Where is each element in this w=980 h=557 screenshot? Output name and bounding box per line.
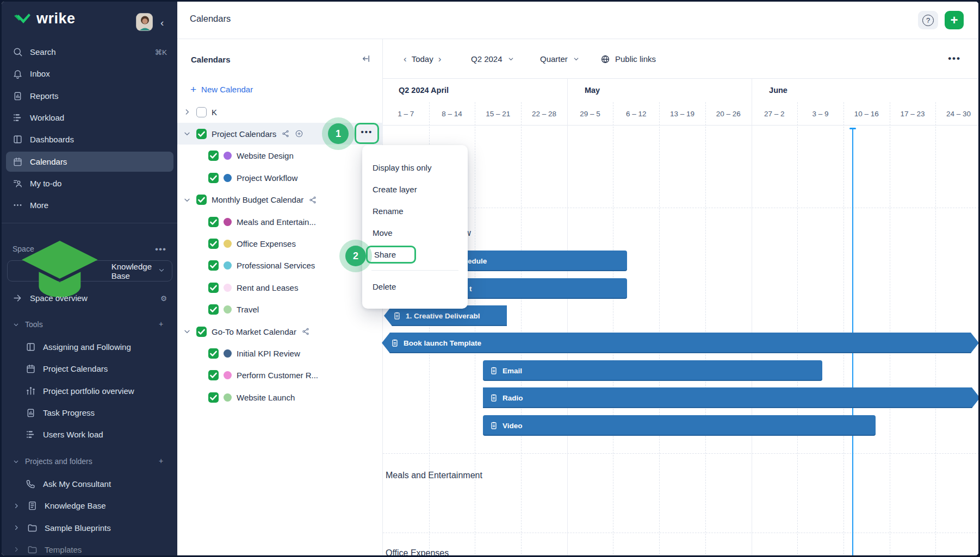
gear-icon[interactable]: ⚙ — [160, 294, 167, 303]
calendar-tree-row[interactable]: Project Workflow — [177, 167, 383, 189]
sidebar-item-assigning-and-following[interactable]: Assigning and Following — [6, 337, 173, 357]
calendar-checkbox[interactable] — [208, 392, 219, 403]
calendar-tree-row[interactable]: Rent and Leases — [177, 277, 383, 298]
new-calendar-button[interactable]: + New Calendar — [190, 84, 253, 95]
calendar-checkbox[interactable] — [208, 239, 219, 249]
sidebar-item-task-progress[interactable]: Task Progress — [6, 403, 173, 423]
gantt-bar[interactable]: Email — [483, 360, 822, 381]
chevron-down-icon[interactable] — [183, 129, 191, 138]
gantt-bar[interactable]: Book launch Template — [382, 333, 979, 353]
chevron-right-icon[interactable] — [183, 108, 191, 116]
sidebar-item-dashboards[interactable]: Dashboards — [6, 129, 173, 149]
tools-add-icon[interactable]: + — [159, 320, 163, 328]
sidebar-item-calendars[interactable]: Calendars — [6, 152, 173, 172]
sidebar-item-my-to-do[interactable]: My to-do — [6, 173, 173, 193]
calendar-tree-row[interactable]: Meals and Entertain... — [177, 211, 383, 233]
task-doc-icon — [393, 311, 401, 320]
calendar-tree-row[interactable]: Website Launch — [177, 386, 383, 408]
gantt-bar[interactable]: Video — [483, 415, 876, 436]
sidebar-item-project-calendars[interactable]: Project Calendars — [6, 359, 173, 379]
calendar-checkbox[interactable] — [208, 283, 219, 293]
timeline: ‹ Today › Q2 2024 Quarter Publi — [383, 39, 980, 557]
page-title: Calendars — [190, 14, 231, 24]
calendar-tree-row[interactable]: Monthly Budget Calendar — [177, 189, 383, 211]
calendar-checkbox[interactable] — [196, 129, 207, 139]
help-button[interactable]: ? — [918, 11, 938, 29]
collapse-panel-icon[interactable] — [361, 54, 371, 64]
calendar-checkbox[interactable] — [208, 370, 219, 380]
sidebar-item-label: Project Calendars — [43, 364, 108, 373]
calendar-checkbox[interactable] — [208, 217, 219, 227]
calendar-tree-row[interactable]: K — [177, 101, 383, 123]
sidebar-item-sample-blueprints[interactable]: Sample Blueprints — [6, 518, 173, 538]
menu-item-create-layer[interactable]: Create layer — [362, 178, 468, 200]
calendar-more-button[interactable]: ••• — [355, 123, 379, 144]
user-avatar[interactable] — [136, 13, 153, 31]
filter-icon[interactable] — [303, 283, 312, 292]
calendar-checkbox[interactable] — [208, 260, 219, 271]
calendar-checkbox[interactable] — [208, 151, 219, 161]
chevron-down-icon[interactable] — [183, 196, 191, 204]
filter-icon[interactable] — [323, 371, 332, 380]
chevron-right-icon[interactable] — [13, 524, 20, 531]
sidebar-item-inbox[interactable]: Inbox — [6, 64, 173, 84]
sidebar-item-more[interactable]: More — [6, 195, 173, 215]
filter-icon[interactable] — [301, 239, 309, 248]
calendar-checkbox[interactable] — [196, 327, 207, 337]
calendar-checkbox[interactable] — [196, 195, 207, 205]
filter-icon[interactable] — [300, 393, 308, 402]
space-more-icon[interactable]: ••• — [155, 244, 166, 255]
sidebar-item-project-portfolio-overview[interactable]: Project portfolio overview — [6, 381, 173, 401]
sidebar-item-reports[interactable]: Reports — [6, 86, 173, 106]
bell-icon — [13, 68, 23, 79]
menu-item-delete[interactable]: Delete — [362, 276, 468, 297]
menu-item-rename[interactable]: Rename — [362, 200, 468, 222]
sidebar-item-templates[interactable]: Templates — [6, 540, 173, 557]
wrike-logo[interactable]: wrike — [13, 10, 76, 27]
calendar-label: K — [212, 108, 217, 117]
search-icon — [13, 47, 23, 57]
filter-icon[interactable] — [302, 173, 311, 182]
calendar-tree-row[interactable]: Website Design — [177, 145, 383, 167]
spacearrow-icon — [13, 293, 23, 303]
sidebar-item-search[interactable]: Search⌘K — [6, 42, 173, 62]
projects-section-header[interactable]: Projects and folders — [13, 457, 92, 466]
projects-add-icon[interactable]: + — [159, 456, 163, 465]
collapse-sidebar-icon[interactable]: ‹ — [160, 17, 164, 29]
sidebar-item-space-overview[interactable]: Space overview⚙ — [6, 288, 173, 308]
share-icon[interactable] — [308, 195, 317, 205]
space-selector[interactable]: Knowledge Base — [7, 260, 172, 281]
sidebar-item-users-work-load[interactable]: Users Work load — [6, 424, 173, 445]
calendar-label: Go-To Market Calendar — [212, 327, 296, 336]
chevron-down-icon[interactable] — [183, 327, 191, 336]
sidebar-item-workload[interactable]: Workload — [6, 108, 173, 128]
shortcut-hint: ⌘K — [154, 48, 167, 57]
sidebar-item-knowledge-base[interactable]: Knowledge Base — [6, 496, 173, 516]
menu-item-move[interactable]: Move — [362, 222, 468, 243]
add-button[interactable]: + — [945, 11, 964, 29]
calendar-checkbox[interactable] — [196, 107, 207, 117]
calendar-tree-row[interactable]: Initial KPI Review — [177, 342, 383, 364]
calendar-tree-row[interactable]: Travel — [177, 299, 383, 321]
calendar-tree-row[interactable]: Go-To Market Calendar — [177, 321, 383, 342]
calendar-checkbox[interactable] — [208, 173, 219, 183]
sidebar-item-ask-my-consultant[interactable]: Ask My Consultant — [6, 474, 173, 494]
calendar-tree-row[interactable]: Project Calendars — [177, 123, 383, 145]
plus-circle-icon[interactable] — [295, 129, 303, 138]
share-icon[interactable] — [301, 327, 310, 336]
gantt-bar[interactable]: Radio — [483, 387, 980, 408]
chevron-right-icon[interactable] — [13, 546, 20, 553]
menu-item-display-this-only[interactable]: Display this only — [362, 157, 468, 178]
calendar-checkbox[interactable] — [208, 304, 219, 315]
share-icon[interactable] — [281, 129, 290, 139]
filter-icon[interactable] — [320, 261, 328, 270]
calendar-tree-row[interactable]: Perform Customer R... — [177, 365, 383, 386]
calendar-color-dot — [224, 349, 232, 358]
calendars-panel: Calendars + New Calendar KProject Calend… — [177, 39, 383, 557]
calendar-checkbox[interactable] — [208, 348, 219, 359]
tools-section-header[interactable]: Tools — [13, 320, 43, 329]
filter-icon[interactable] — [264, 305, 272, 314]
chevron-right-icon[interactable] — [13, 502, 20, 510]
filter-icon[interactable] — [321, 217, 330, 226]
menu-item-share[interactable]: Share — [362, 243, 468, 265]
